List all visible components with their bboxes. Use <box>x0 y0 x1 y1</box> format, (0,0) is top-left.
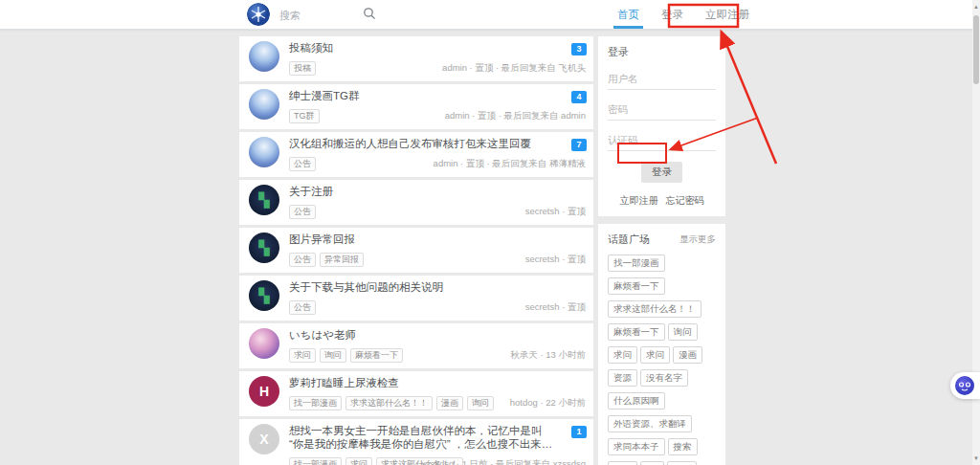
avatar: H <box>249 376 279 407</box>
avatar-glyph: ▚ <box>259 240 270 255</box>
discussion-title[interactable]: 汉化组和搬运的人想自己发布审核打包来这里回覆 <box>289 137 586 150</box>
forgot-password-link[interactable]: 忘记密码 <box>666 195 704 206</box>
header-nav: 首页 登录 立即注册 <box>613 0 768 29</box>
tag-chip[interactable]: 麻烦看一下 <box>350 348 403 363</box>
tag-chip[interactable]: 公告 <box>289 300 316 315</box>
avatar: ▚ <box>249 280 279 311</box>
avatar <box>249 328 279 359</box>
discussion-row[interactable]: X 想找一本男女主一开始是自慰伙伴的本，记忆中是叫 “你是我的按摩棒我是你的自慰… <box>239 419 593 465</box>
tag-chip[interactable]: 询问 <box>320 348 346 363</box>
topic-tag-chip[interactable]: 没有名字 <box>640 369 688 387</box>
discussion-row[interactable]: いちはや老师 求问询问麻烦看一下 秋承天 · 13 小时前 <box>239 323 593 368</box>
discussion-row[interactable]: ▚ 关于下载与其他问题的相关说明 公告 secretsh · 置顶 <box>239 276 593 321</box>
avatar: X <box>249 424 279 454</box>
discussion-meta: xzssdsq · 1 日前 · 最后回复来自 xzssdsq <box>421 458 586 465</box>
tag-chip[interactable]: TG群 <box>289 109 320 123</box>
discussion-row[interactable]: H 萝莉打瞌睡上尿液检查 找一部漫画求求这部什么名！！漫画询问 hotdog ·… <box>239 371 593 416</box>
tag-chip[interactable]: 询问 <box>467 396 494 410</box>
topic-tag-chip[interactable]: 资源 <box>608 369 637 387</box>
show-more-link[interactable]: 显示更多 <box>679 233 716 246</box>
topic-tag-chip[interactable]: 麻烦看一下 <box>608 277 665 295</box>
tag-chip[interactable]: 公告 <box>289 205 316 219</box>
tag-chip[interactable]: 找一部漫画 <box>289 457 342 465</box>
topic-tag-chip[interactable]: 建议 <box>608 461 637 465</box>
discussion-title[interactable]: 投稿须知 <box>289 41 586 55</box>
sidebar: 登录 登录 立即注册忘记密码 话题广场 显示更多 找一部漫画麻烦看一下求求这部什… <box>598 36 725 465</box>
topic-tag-chip[interactable]: 麻烦看一下 <box>608 323 665 341</box>
scroll-up-arrow[interactable]: ▲ <box>972 2 980 11</box>
topic-tag-chip[interactable]: 求问 <box>640 346 670 364</box>
topic-tag-chip[interactable]: 漫画 <box>673 346 702 364</box>
avatar: ▚ <box>249 185 279 215</box>
discussion-title[interactable]: いちはや老师 <box>289 328 586 342</box>
password-field[interactable] <box>608 100 716 121</box>
forum-page: 首页 登录 立即注册 投稿须知 投稿 admin · 置顶 · 最后回复来自 飞… <box>0 0 980 465</box>
discussion-meta: secretsh · 置顶 <box>525 301 586 314</box>
topic-tag-chip[interactable]: 求求这部什么名！！ <box>608 300 702 318</box>
discussion-row[interactable]: ▚ 图片异常回报 公告异常回报 secretsh · 置顶 <box>239 228 593 273</box>
discussion-title[interactable]: 萝莉打瞌睡上尿液检查 <box>289 376 586 389</box>
tag-chip[interactable]: 漫画 <box>436 396 463 410</box>
scrollbar-thumb[interactable] <box>973 15 979 84</box>
discussion-row[interactable]: 投稿须知 投稿 admin · 置顶 · 最后回复来自 飞机头 3 <box>239 36 593 81</box>
discussion-title[interactable]: 图片异常回报 <box>289 232 586 246</box>
reply-count-badge: 4 <box>571 91 587 103</box>
scroll-down-arrow[interactable]: ▼ <box>972 454 980 463</box>
topic-tag-chip[interactable]: 找一部漫画 <box>608 255 665 272</box>
captcha-field[interactable] <box>608 130 716 151</box>
topic-tag-chip[interactable]: 外语资源、求翻译 <box>608 415 692 432</box>
topic-tag-chip[interactable]: 求同本本子 <box>608 438 665 455</box>
tag-chip[interactable]: 公告 <box>289 157 316 171</box>
chat-widget-button[interactable] <box>950 372 980 399</box>
reply-count-badge: 1 <box>571 426 587 438</box>
discussion-title[interactable]: 想找一本男女主一开始是自慰伙伴的本，记忆中是叫 “你是我的按摩棒我是你的自慰穴”… <box>289 424 586 451</box>
topic-tag-chip[interactable]: 求问 <box>608 346 637 364</box>
discussion-meta: secretsh · 置顶 <box>525 206 586 218</box>
login-submit-button[interactable]: 登录 <box>641 162 682 183</box>
tag-chip[interactable]: 异常回报 <box>320 253 364 267</box>
register-link[interactable]: 立即注册 <box>620 195 658 206</box>
tag-chip[interactable]: 公告 <box>289 253 316 267</box>
tag-chip[interactable]: 求问 <box>345 457 372 465</box>
reply-count-badge: 7 <box>571 139 587 151</box>
avatar-glyph: H <box>259 384 269 399</box>
discussion-title[interactable]: 关于下载与其他问题的相关说明 <box>289 280 586 294</box>
discussion-meta: admin · 置顶 · 最后回复来自 稀薄精液 <box>434 158 586 170</box>
discussion-title[interactable]: 绅士漫画TG群 <box>289 89 586 102</box>
avatar: ▚ <box>249 232 279 263</box>
topic-tag-chip[interactable]: sm <box>640 461 664 465</box>
tag-chip[interactable]: 找一部漫画 <box>289 396 342 410</box>
annotation-arrow-top <box>722 33 776 164</box>
site-logo-icon[interactable] <box>247 3 270 26</box>
username-field[interactable] <box>608 69 716 90</box>
topic-tag-chip[interactable]: 搜索 <box>668 438 698 455</box>
tag-chip[interactable]: 求问 <box>289 348 316 363</box>
avatar-glyph: ▚ <box>259 288 270 303</box>
discussion-meta: admin · 置顶 · 最后回复来自 admin <box>445 110 586 122</box>
nav-tab-home[interactable]: 首页 <box>613 0 643 29</box>
topic-plaza-panel: 话题广场 显示更多 找一部漫画麻烦看一下求求这部什么名！！麻烦看一下询问求问求问… <box>598 224 725 465</box>
tag-chip[interactable]: 投稿 <box>289 61 316 76</box>
nav-tab-login[interactable]: 登录 <box>657 0 687 29</box>
topic-tag-chip[interactable]: 什么原因啊 <box>608 392 665 410</box>
nav-tab-register[interactable]: 立即注册 <box>702 0 753 29</box>
search-input[interactable] <box>278 6 360 25</box>
robot-icon <box>954 375 975 396</box>
tag-chip[interactable]: 求求这部什么名！！ <box>345 396 433 410</box>
topic-tag-chip[interactable]: 广告 <box>667 461 697 465</box>
discussion-meta: hotdog · 22 小时前 <box>510 397 586 410</box>
avatar-glyph: X <box>259 432 268 447</box>
discussion-row[interactable]: 汉化组和搬运的人想自己发布审核打包来这里回覆 公告 admin · 置顶 · 最… <box>239 132 593 177</box>
avatar-glyph: ▚ <box>259 192 270 208</box>
reply-count-badge: 3 <box>571 43 587 55</box>
topic-tag-chip[interactable]: 询问 <box>668 323 698 341</box>
discussion-meta: admin · 置顶 · 最后回复来自 飞机头 <box>442 62 586 75</box>
topic-plaza-title: 话题广场 <box>608 232 650 247</box>
avatar <box>249 41 279 72</box>
login-title: 登录 <box>608 45 716 59</box>
discussion-list: 投稿须知 投稿 admin · 置顶 · 最后回复来自 飞机头 3 绅士漫画TG… <box>239 36 593 465</box>
discussion-title[interactable]: 关于注册 <box>289 185 586 198</box>
discussion-row[interactable]: ▚ 关于注册 公告 secretsh · 置顶 <box>239 180 593 225</box>
search-icon[interactable] <box>363 7 376 20</box>
discussion-row[interactable]: 绅士漫画TG群 TG群 admin · 置顶 · 最后回复来自 admin 4 <box>239 84 593 129</box>
